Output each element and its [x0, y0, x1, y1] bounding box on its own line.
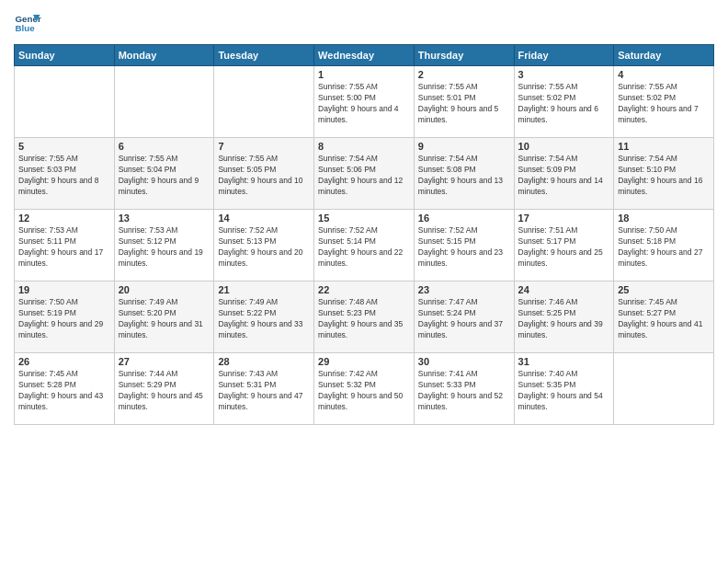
day-number: 7 — [218, 141, 310, 152]
day-info: Sunrise: 7:52 AM Sunset: 5:15 PM Dayligh… — [418, 225, 510, 270]
day-number: 25 — [618, 284, 710, 295]
day-info: Sunrise: 7:42 AM Sunset: 5:32 PM Dayligh… — [318, 369, 410, 413]
day-number: 11 — [618, 141, 710, 152]
day-number: 8 — [318, 141, 410, 152]
day-info: Sunrise: 7:46 AM Sunset: 5:25 PM Dayligh… — [518, 297, 610, 341]
day-info: Sunrise: 7:47 AM Sunset: 5:24 PM Dayligh… — [418, 297, 510, 341]
calendar-cell: 17Sunrise: 7:51 AM Sunset: 5:17 PM Dayli… — [514, 210, 614, 282]
calendar-cell: 18Sunrise: 7:50 AM Sunset: 5:18 PM Dayli… — [614, 210, 714, 282]
weekday-header-sunday: Sunday — [15, 45, 115, 66]
day-number: 13 — [119, 213, 210, 224]
calendar-cell: 26Sunrise: 7:45 AM Sunset: 5:28 PM Dayli… — [15, 353, 115, 425]
calendar-week-4: 19Sunrise: 7:50 AM Sunset: 5:19 PM Dayli… — [15, 282, 714, 353]
calendar-week-5: 26Sunrise: 7:45 AM Sunset: 5:28 PM Dayli… — [15, 353, 714, 425]
calendar-cell: 27Sunrise: 7:44 AM Sunset: 5:29 PM Dayli… — [114, 353, 214, 425]
day-info: Sunrise: 7:52 AM Sunset: 5:14 PM Dayligh… — [318, 225, 410, 270]
day-number: 14 — [218, 213, 310, 224]
day-number: 22 — [318, 284, 410, 295]
day-number: 28 — [218, 356, 310, 367]
day-info: Sunrise: 7:55 AM Sunset: 5:05 PM Dayligh… — [218, 154, 310, 198]
day-info: Sunrise: 7:45 AM Sunset: 5:27 PM Dayligh… — [618, 297, 710, 341]
calendar-cell: 22Sunrise: 7:48 AM Sunset: 5:23 PM Dayli… — [314, 282, 415, 353]
weekday-header-row: SundayMondayTuesdayWednesdayThursdayFrid… — [15, 45, 714, 66]
day-info: Sunrise: 7:54 AM Sunset: 5:10 PM Dayligh… — [618, 154, 710, 198]
calendar-cell: 23Sunrise: 7:47 AM Sunset: 5:24 PM Dayli… — [414, 282, 514, 353]
calendar-cell — [614, 353, 714, 425]
svg-text:Blue: Blue — [16, 23, 36, 33]
calendar-cell: 12Sunrise: 7:53 AM Sunset: 5:11 PM Dayli… — [15, 210, 115, 282]
day-info: Sunrise: 7:53 AM Sunset: 5:11 PM Dayligh… — [18, 225, 110, 270]
day-info: Sunrise: 7:54 AM Sunset: 5:06 PM Dayligh… — [318, 154, 410, 198]
calendar-cell: 24Sunrise: 7:46 AM Sunset: 5:25 PM Dayli… — [514, 282, 614, 353]
calendar-table: SundayMondayTuesdayWednesdayThursdayFrid… — [14, 44, 714, 425]
logo: General Blue — [14, 9, 45, 37]
day-info: Sunrise: 7:44 AM Sunset: 5:29 PM Dayligh… — [119, 369, 210, 413]
day-number: 16 — [418, 213, 510, 224]
calendar-cell: 29Sunrise: 7:42 AM Sunset: 5:32 PM Dayli… — [314, 353, 415, 425]
weekday-header-thursday: Thursday — [414, 45, 514, 66]
day-number: 20 — [119, 284, 210, 295]
day-info: Sunrise: 7:55 AM Sunset: 5:00 PM Dayligh… — [318, 82, 410, 126]
calendar-cell: 21Sunrise: 7:49 AM Sunset: 5:22 PM Dayli… — [214, 282, 314, 353]
day-number: 3 — [518, 69, 610, 80]
page-header: General Blue — [14, 9, 714, 37]
calendar-cell: 14Sunrise: 7:52 AM Sunset: 5:13 PM Dayli… — [214, 210, 314, 282]
day-number: 26 — [18, 356, 110, 367]
day-number: 15 — [318, 213, 410, 224]
calendar-cell: 28Sunrise: 7:43 AM Sunset: 5:31 PM Dayli… — [214, 353, 314, 425]
day-info: Sunrise: 7:55 AM Sunset: 5:04 PM Dayligh… — [119, 154, 210, 198]
day-number: 19 — [18, 284, 110, 295]
calendar-cell: 13Sunrise: 7:53 AM Sunset: 5:12 PM Dayli… — [114, 210, 214, 282]
calendar-cell: 10Sunrise: 7:54 AM Sunset: 5:09 PM Dayli… — [514, 138, 614, 210]
calendar-cell: 25Sunrise: 7:45 AM Sunset: 5:27 PM Dayli… — [614, 282, 714, 353]
calendar-week-1: 1Sunrise: 7:55 AM Sunset: 5:00 PM Daylig… — [15, 66, 714, 138]
weekday-header-wednesday: Wednesday — [314, 45, 415, 66]
calendar-cell — [15, 66, 115, 138]
day-number: 18 — [618, 213, 710, 224]
day-number: 4 — [618, 69, 710, 80]
day-info: Sunrise: 7:55 AM Sunset: 5:03 PM Dayligh… — [18, 154, 110, 198]
day-number: 12 — [18, 213, 110, 224]
calendar-cell: 9Sunrise: 7:54 AM Sunset: 5:08 PM Daylig… — [414, 138, 514, 210]
day-number: 29 — [318, 356, 410, 367]
calendar-cell: 4Sunrise: 7:55 AM Sunset: 5:02 PM Daylig… — [614, 66, 714, 138]
calendar-cell: 30Sunrise: 7:41 AM Sunset: 5:33 PM Dayli… — [414, 353, 514, 425]
day-number: 30 — [418, 356, 510, 367]
weekday-header-friday: Friday — [514, 45, 614, 66]
day-info: Sunrise: 7:49 AM Sunset: 5:22 PM Dayligh… — [218, 297, 310, 341]
calendar-cell: 19Sunrise: 7:50 AM Sunset: 5:19 PM Dayli… — [15, 282, 115, 353]
calendar-cell — [114, 66, 214, 138]
calendar-cell: 11Sunrise: 7:54 AM Sunset: 5:10 PM Dayli… — [614, 138, 714, 210]
day-info: Sunrise: 7:55 AM Sunset: 5:02 PM Dayligh… — [618, 82, 710, 126]
day-info: Sunrise: 7:45 AM Sunset: 5:28 PM Dayligh… — [18, 369, 110, 413]
calendar-cell: 31Sunrise: 7:40 AM Sunset: 5:35 PM Dayli… — [514, 353, 614, 425]
calendar-week-2: 5Sunrise: 7:55 AM Sunset: 5:03 PM Daylig… — [15, 138, 714, 210]
day-info: Sunrise: 7:40 AM Sunset: 5:35 PM Dayligh… — [518, 369, 610, 413]
day-number: 1 — [318, 69, 410, 80]
calendar-cell: 8Sunrise: 7:54 AM Sunset: 5:06 PM Daylig… — [314, 138, 415, 210]
day-number: 2 — [418, 69, 510, 80]
day-number: 24 — [518, 284, 610, 295]
weekday-header-monday: Monday — [114, 45, 214, 66]
calendar-cell — [214, 66, 314, 138]
day-number: 31 — [518, 356, 610, 367]
day-number: 17 — [518, 213, 610, 224]
day-info: Sunrise: 7:41 AM Sunset: 5:33 PM Dayligh… — [418, 369, 510, 413]
calendar-week-3: 12Sunrise: 7:53 AM Sunset: 5:11 PM Dayli… — [15, 210, 714, 282]
day-info: Sunrise: 7:55 AM Sunset: 5:01 PM Dayligh… — [418, 82, 510, 126]
day-number: 27 — [119, 356, 210, 367]
calendar-cell: 20Sunrise: 7:49 AM Sunset: 5:20 PM Dayli… — [114, 282, 214, 353]
day-info: Sunrise: 7:52 AM Sunset: 5:13 PM Dayligh… — [218, 225, 310, 270]
day-info: Sunrise: 7:48 AM Sunset: 5:23 PM Dayligh… — [318, 297, 410, 341]
calendar-cell: 7Sunrise: 7:55 AM Sunset: 5:05 PM Daylig… — [214, 138, 314, 210]
calendar-cell: 15Sunrise: 7:52 AM Sunset: 5:14 PM Dayli… — [314, 210, 415, 282]
day-number: 21 — [218, 284, 310, 295]
day-number: 6 — [119, 141, 210, 152]
day-info: Sunrise: 7:53 AM Sunset: 5:12 PM Dayligh… — [119, 225, 210, 270]
calendar-cell: 3Sunrise: 7:55 AM Sunset: 5:02 PM Daylig… — [514, 66, 614, 138]
logo-icon: General Blue — [14, 9, 41, 37]
weekday-header-saturday: Saturday — [614, 45, 714, 66]
day-number: 9 — [418, 141, 510, 152]
calendar-cell: 16Sunrise: 7:52 AM Sunset: 5:15 PM Dayli… — [414, 210, 514, 282]
day-info: Sunrise: 7:51 AM Sunset: 5:17 PM Dayligh… — [518, 225, 610, 270]
